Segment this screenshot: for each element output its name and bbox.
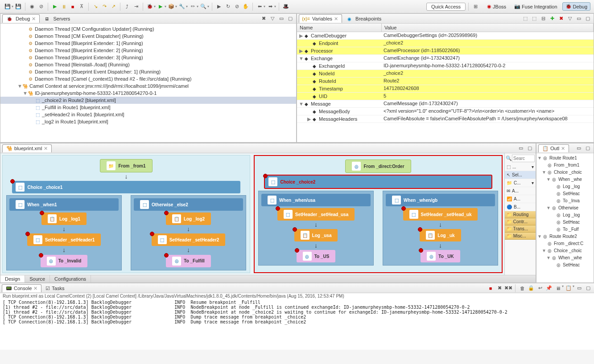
- node-choice1[interactable]: ⬚Choice _choice1: [12, 181, 240, 193]
- skip-breakpoints-icon[interactable]: ⊘: [37, 3, 45, 11]
- outline-row[interactable]: ◎From _from1: [537, 161, 593, 168]
- remove-terminated-icon[interactable]: ✖: [260, 15, 268, 23]
- variable-row[interactable]: ◆MessageBody<?xml version="1.0" encoding…: [297, 108, 594, 115]
- new-icon[interactable]: ✏: [189, 3, 197, 11]
- palette-drawer-trans[interactable]: 📁 Trans...: [505, 225, 536, 233]
- clear-icon[interactable]: 🗑: [518, 284, 526, 292]
- show-logical-icon[interactable]: ⬚: [530, 15, 538, 23]
- breakpoint-icon[interactable]: [295, 248, 299, 253]
- palette-drawer-control[interactable]: 📁 Contr...: [505, 218, 536, 225]
- breakpoint-icon[interactable]: [10, 179, 15, 184]
- variable-row[interactable]: ◆UID5: [297, 93, 594, 100]
- node-setheader2[interactable]: ⬚SetHeader _setHeader2: [152, 233, 226, 246]
- toggle-breakpoint-icon[interactable]: ◉: [28, 3, 36, 11]
- maximize-icon[interactable]: ▢: [584, 15, 592, 23]
- outline-row[interactable]: ▼◎Route Route1: [537, 154, 593, 161]
- step-filters-icon[interactable]: ⇥: [132, 3, 140, 11]
- outline-row[interactable]: ◎SetHeac: [537, 261, 593, 268]
- remove-icon[interactable]: ✖: [557, 15, 565, 23]
- tab-variables[interactable]: (x)=Variables ✕: [299, 14, 342, 23]
- outline-row[interactable]: ▼◎Choice _choic: [537, 168, 593, 176]
- pin-icon[interactable]: 📌: [545, 284, 553, 292]
- thread-row[interactable]: ⚙Daemon Thread [CM Event Dispatcher] (Ru…: [0, 33, 296, 40]
- open-console-icon[interactable]: 📋: [565, 284, 573, 292]
- back-icon[interactable]: ▶: [215, 3, 223, 11]
- node-choice2[interactable]: ⬚Choice _choice2: [264, 175, 492, 189]
- step-over-icon[interactable]: ↷: [100, 3, 108, 11]
- outline-row[interactable]: ▼◎When _whe: [537, 176, 593, 183]
- variables-table[interactable]: ▶◆CamelDebuggerCamelDebuggerSettings (id…: [297, 32, 594, 142]
- breakpoint-icon[interactable]: [293, 227, 297, 232]
- maximize-icon[interactable]: ▢: [584, 144, 592, 152]
- debug-icon[interactable]: 🐞: [146, 3, 154, 11]
- breakpoint-icon[interactable]: [40, 211, 44, 215]
- view-menu-icon[interactable]: ▽: [566, 15, 574, 23]
- route2[interactable]: ◎From _direct:Order ⬚Choice _choice2 ⬚Wh…: [254, 155, 503, 273]
- nav-fwd-icon[interactable]: ➡: [266, 3, 274, 11]
- palette-marquee[interactable]: ⬚...▾: [505, 163, 536, 171]
- run-icon[interactable]: ▶: [157, 3, 165, 11]
- outline-row[interactable]: ◎Log _log: [537, 211, 593, 218]
- palette-drawer-misc[interactable]: 📁 Misc...: [505, 233, 536, 240]
- outline-row[interactable]: ▼◎Route Route2: [537, 233, 593, 240]
- outline-row[interactable]: ◎Log _log: [537, 183, 593, 190]
- breakpoint-icon[interactable]: [401, 206, 406, 211]
- stop-icon[interactable]: ⊘: [233, 3, 241, 11]
- terminate-icon[interactable]: ■: [487, 284, 495, 292]
- close-icon[interactable]: ✕: [334, 16, 338, 22]
- branch-when1[interactable]: ⬚When _when1 📋Log _log1 ↓ ⬚SetHeader _se…: [6, 195, 122, 270]
- stack-frame-row[interactable]: ⬚_Fulfill in Route1 [blueprint.xml]: [0, 104, 296, 111]
- tab-blueprint[interactable]: 🐪blueprint.xml ✕: [2, 144, 52, 152]
- route1[interactable]: 📁From _from1 ↓ ⬚Choice _choice1 ⬚When _w…: [2, 155, 250, 273]
- tab-tasks[interactable]: ☑Tasks: [41, 284, 68, 292]
- close-icon[interactable]: ✕: [44, 146, 48, 151]
- console-output[interactable]: [ TCP Connection(8)-192.168.1.3] Backlog…: [0, 299, 594, 350]
- variable-row[interactable]: ▼◆ExchangeCamelExchange (id=-1732430247): [297, 55, 594, 62]
- node-when-usa[interactable]: ⬚When _when/usa: [261, 194, 371, 206]
- node-else2[interactable]: ⬚Otherwise _else2: [134, 198, 243, 211]
- node-when-gb[interactable]: ⬚When _when/gb: [386, 194, 495, 206]
- search-icon[interactable]: 🔍: [199, 3, 207, 11]
- node-sethead-usa[interactable]: ⬚SetHeader _setHead_usa: [277, 208, 355, 221]
- palette-c[interactable]: 📁C...▾: [505, 179, 536, 187]
- outline-row[interactable]: ◎From _direct:C: [537, 240, 593, 247]
- variable-row[interactable]: ▶◆CamelDebuggerCamelDebuggerSettings (id…: [297, 32, 594, 40]
- tab-breakpoints[interactable]: ◉Breakpoints: [342, 14, 385, 23]
- breakpoint-icon[interactable]: [164, 211, 169, 215]
- thread-row[interactable]: ⚙Daemon Thread [fileinstall-./load] (Run…: [0, 61, 296, 68]
- node-log-uk[interactable]: 📋Log _uk: [420, 229, 461, 241]
- breakpoint-icon[interactable]: [150, 232, 154, 236]
- collapse-icon[interactable]: ⊟: [539, 15, 547, 23]
- btab-source[interactable]: Source: [25, 275, 50, 282]
- btab-config[interactable]: Configurations: [50, 275, 91, 282]
- thread-row[interactable]: ⚙Daemon Thread [Camel (_context1) thread…: [0, 75, 296, 82]
- breakpoint-icon[interactable]: [263, 174, 268, 178]
- camel-context-row[interactable]: ▼🐪Camel Context at service:jmx:rmi:///jn…: [0, 82, 296, 90]
- node-when1[interactable]: ⬚When _when1: [9, 198, 119, 211]
- thread-row[interactable]: ⚙Daemon Thread [Blueprint Extender: 3] (…: [0, 54, 296, 61]
- branch-gb[interactable]: ⬚When _when/gb ⬚SetHeader _setHead_uk ↓ …: [383, 191, 498, 266]
- variable-row[interactable]: ▶◆ProcessorCamelProcessor (id=-118502260…: [297, 47, 594, 55]
- branch-usa[interactable]: ⬚When _when/usa ⬚SetHeader _setHead_usa …: [258, 191, 374, 266]
- minimize-icon[interactable]: ▭: [575, 15, 583, 23]
- open-perspective-icon[interactable]: ⊞: [471, 3, 479, 11]
- outline-row[interactable]: ▼◎Choice _choic: [537, 247, 593, 254]
- redhat-icon[interactable]: 🎩: [282, 3, 290, 11]
- node-to-fulfill[interactable]: ◎To _Fulfill: [166, 255, 210, 267]
- maximize-icon[interactable]: ▢: [526, 144, 534, 152]
- maximize-icon[interactable]: ▢: [584, 284, 592, 292]
- outline-row[interactable]: ▼◎When _whe: [537, 254, 593, 261]
- variable-row[interactable]: ▼◆MessageCamelMessage (id=-1732430247): [297, 100, 594, 108]
- breakpoint-icon[interactable]: [418, 227, 422, 232]
- breakpoint-icon[interactable]: [419, 248, 423, 253]
- display-icon[interactable]: 🖥: [554, 284, 562, 292]
- palette-select[interactable]: ↖Sel...: [505, 171, 536, 179]
- diagram-canvas[interactable]: 📁From _from1 ↓ ⬚Choice _choice1 ⬚When _w…: [0, 153, 536, 275]
- variable-row[interactable]: ◆Endpoint_choice2: [297, 40, 594, 47]
- outline-row[interactable]: ◎SetHeac: [537, 218, 593, 225]
- outline-row[interactable]: ◎To _Fulf: [537, 225, 593, 233]
- minimize-icon[interactable]: ▭: [517, 144, 525, 152]
- btab-design[interactable]: Design: [0, 275, 25, 282]
- save-all-icon[interactable]: 💾: [14, 3, 22, 11]
- step-into-icon[interactable]: ↘: [91, 3, 99, 11]
